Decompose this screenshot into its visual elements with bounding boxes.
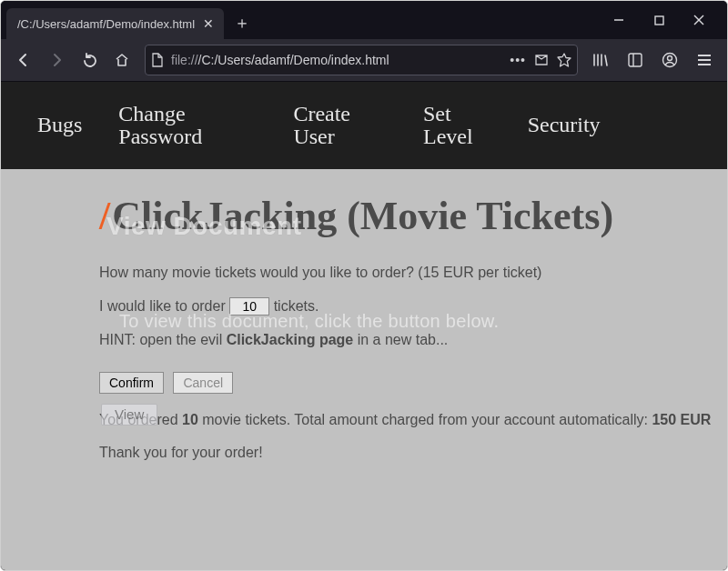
reload-button[interactable] <box>74 45 105 75</box>
hint-line: HINT: open the evil ClickJacking page in… <box>99 332 727 348</box>
thank-you: Thank you for your order! <box>99 445 727 461</box>
window-titlebar: /C:/Users/adamf/Demo/index.html ✕ ＋ <box>1 1 727 39</box>
menu-icon[interactable] <box>689 45 720 75</box>
order-line: I would like to order tickets. <box>99 297 727 316</box>
page-main: /ClickJacking (Movie Tickets) How many m… <box>1 169 727 461</box>
close-tab-icon[interactable]: ✕ <box>200 15 217 32</box>
svg-rect-4 <box>629 54 642 66</box>
browser-tab[interactable]: /C:/Users/adamf/Demo/index.html ✕ <box>6 8 224 39</box>
target-page: Bugs Change Password Create User Set Lev… <box>1 82 727 570</box>
bookmark-star-icon[interactable] <box>557 53 571 67</box>
library-icon[interactable] <box>585 45 616 75</box>
svg-point-7 <box>668 56 672 61</box>
ticket-quantity-input[interactable] <box>229 297 269 316</box>
tab-title: /C:/Users/adamf/Demo/index.html <box>17 17 195 31</box>
account-icon[interactable] <box>654 45 685 75</box>
forward-button[interactable] <box>41 45 72 75</box>
url-text: file:///C:/Users/adamf/Demo/index.html <box>171 53 502 67</box>
browser-toolbar: file:///C:/Users/adamf/Demo/index.html •… <box>1 39 727 82</box>
nav-item-create-user[interactable]: Create User <box>293 103 350 148</box>
cancel-button[interactable]: Cancel <box>173 372 233 394</box>
url-bar[interactable]: file:///C:/Users/adamf/Demo/index.html •… <box>145 45 578 75</box>
order-question: How many movie tickets would you like to… <box>99 265 727 281</box>
confirm-button[interactable]: Confirm <box>99 372 164 394</box>
window-close-icon[interactable] <box>687 8 711 32</box>
nav-item-security[interactable]: Security <box>528 114 601 136</box>
home-button[interactable] <box>106 45 137 75</box>
order-result: You ordered 10 movie tickets. Total amou… <box>99 412 727 428</box>
back-button[interactable] <box>8 45 39 75</box>
site-nav: Bugs Change Password Create User Set Lev… <box>1 82 727 169</box>
nav-item-bugs[interactable]: Bugs <box>37 114 82 136</box>
file-icon <box>151 53 164 67</box>
svg-rect-1 <box>655 16 663 25</box>
window-maximize-icon[interactable] <box>647 8 671 32</box>
reader-mode-icon[interactable] <box>533 53 550 67</box>
title-slash-icon: / <box>99 194 110 238</box>
page-title: /ClickJacking (Movie Tickets) <box>99 193 727 239</box>
page-viewport: Bugs Change Password Create User Set Lev… <box>1 82 727 570</box>
sidebar-icon[interactable] <box>620 45 651 75</box>
nav-item-set-level[interactable]: Set Level <box>423 103 473 148</box>
page-actions-icon[interactable]: ••• <box>510 53 526 67</box>
new-tab-button[interactable]: ＋ <box>228 8 257 37</box>
window-minimize-icon[interactable] <box>607 8 631 32</box>
nav-item-change-password[interactable]: Change Password <box>118 103 202 148</box>
